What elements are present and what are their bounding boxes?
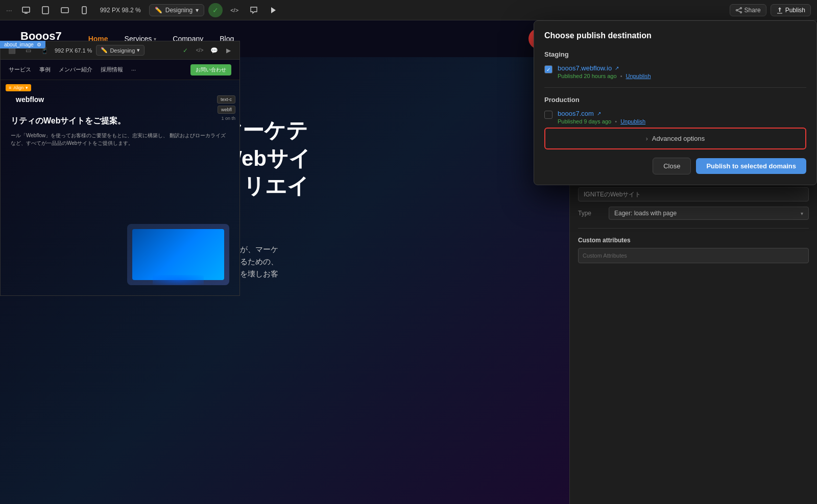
type-row: Type Eager: loads with page ▾	[578, 207, 809, 220]
toolbar-check-icon: ✓	[208, 3, 223, 17]
type-dropdown-arrow: ▾	[801, 211, 803, 216]
pd-production-status: Published 9 days ago • Unpublish	[558, 118, 806, 124]
toolbar-dots: ···	[6, 6, 12, 14]
spn-cases: 事例	[39, 66, 51, 73]
toolbar-desktop-icon[interactable]	[18, 3, 34, 18]
pd-production-ext-icon: ↗	[597, 111, 601, 116]
pd-close-btn[interactable]: Close	[653, 158, 691, 174]
svg-rect-0	[22, 7, 30, 12]
sp-check-icon[interactable]: ✓	[179, 44, 191, 57]
toolbar-designing-label: Designing	[165, 7, 193, 14]
custom-attrs-placeholder[interactable]: Custom Attributes	[578, 248, 809, 263]
pd-staging-row: ✓ booos7.webflow.io ↗ Published 20 hours…	[544, 64, 806, 79]
svg-point-7	[736, 9, 737, 11]
svg-line-9	[737, 8, 740, 9]
sp-hero-text: リティのWebサイトをご提案。	[11, 116, 229, 127]
toolbar-code-icon[interactable]: </>	[227, 3, 242, 18]
pd-production-domain-name: booos7.com ↗	[558, 110, 806, 117]
svg-rect-2	[42, 7, 49, 14]
toolbar-designing-caret: ▾	[196, 7, 199, 14]
element-label: about_image ⚙	[0, 41, 45, 48]
toolbar-share-label: Share	[744, 7, 761, 14]
sp-laptop-image	[127, 224, 229, 285]
spn-members: メンバー紹介	[59, 66, 92, 73]
custom-attrs-title: Custom attributes	[578, 237, 809, 244]
sp-laptop-screen	[132, 229, 224, 280]
pd-staging-status: Published 20 hours ago • Unpublish	[558, 73, 806, 79]
top-toolbar: ··· 992 PX 98.2 % ✏️ Designing ▾ ✓ </> S…	[0, 0, 817, 20]
small-preview-nav: サービス 事例 メンバー紹介 採用情報 ··· お問い合わせ	[1, 60, 239, 80]
pd-advanced-label: Advanced options	[652, 135, 705, 142]
sp-right-icons: ✓ </> 💬 ▶	[179, 44, 234, 57]
alt-text-input[interactable]	[578, 187, 809, 201]
spn-services: サービス	[9, 66, 31, 73]
pd-production-unpublish[interactable]: Unpublish	[620, 118, 645, 124]
pd-title: Choose publish destination	[544, 31, 806, 40]
toolbar-publish-label: Publish	[785, 7, 805, 14]
sp-sub-text: ール「Webflow」を使ってお客様のご要望をもとに、忠実に構築し、 翻訳および…	[11, 132, 229, 147]
svg-line-10	[737, 10, 740, 11]
custom-attrs-section: Custom attributes Custom Attributes	[578, 228, 809, 263]
type-value: Eager: loads with page	[614, 210, 677, 217]
sp-play-icon[interactable]: ▶	[222, 44, 234, 57]
pd-divider-1	[544, 87, 806, 88]
sp-size-info: 992 PX 67.1 %	[55, 47, 92, 54]
sp-code-icon[interactable]: </>	[194, 44, 206, 57]
sp-laptop-glow	[153, 275, 204, 285]
svg-point-6	[740, 7, 741, 9]
sp-chat-icon[interactable]: 💬	[208, 44, 220, 57]
pd-publish-domains-btn[interactable]: Publish to selected domains	[696, 158, 806, 174]
small-preview-content: ≡ Align ▾ text-c webfl 1 on th webflow リ…	[1, 80, 239, 295]
pd-production-row: booos7.com ↗ Published 9 days ago • Unpu…	[544, 110, 806, 124]
pd-staging-domain-name: booos7.webflow.io ↗	[558, 64, 806, 72]
pd-advanced-arrow: ›	[646, 135, 648, 142]
svg-marker-5	[271, 7, 276, 13]
toolbar-publish-btn[interactable]: Publish	[771, 4, 811, 16]
sp-text-class: text-c	[217, 95, 235, 104]
small-preview-panel: ⬛ ▭ 📱 992 PX 67.1 % ✏️ Designing ▾ ✓ </>…	[0, 41, 240, 296]
toolbar-right: Share Publish	[730, 4, 811, 16]
pd-staging-label: Staging	[544, 51, 806, 58]
toolbar-designing-btn[interactable]: ✏️ Designing ▾	[149, 4, 204, 16]
svg-rect-3	[61, 8, 68, 13]
sp-webflow-label: webflow	[16, 95, 44, 104]
toolbar-share-btn[interactable]: Share	[730, 4, 766, 16]
pd-footer: Close Publish to selected domains	[544, 158, 806, 174]
pd-production-domain-info: booos7.com ↗ Published 9 days ago • Unpu…	[558, 110, 806, 124]
sp-webfl-class: webfl	[218, 106, 235, 114]
pd-staging-domain-info: booos7.webflow.io ↗ Published 20 hours a…	[558, 64, 806, 79]
type-label: Type	[578, 210, 609, 217]
canvas-area: Booos7 ered by IGNITE Home Services ▾ Co…	[0, 20, 569, 504]
svg-point-8	[740, 11, 741, 13]
element-label-text: about_image	[4, 42, 34, 47]
pd-staging-checkbox[interactable]: ✓	[544, 65, 552, 73]
pd-advanced-btn[interactable]: › Advanced options	[544, 128, 806, 149]
svg-rect-4	[82, 7, 86, 14]
publish-dropdown: Choose publish destination Staging ✓ boo…	[534, 20, 817, 185]
spn-recruit: 採用情報	[101, 66, 123, 73]
sp-designing-btn[interactable]: ✏️ Designing ▾	[96, 45, 145, 56]
pd-production-checkbox[interactable]	[544, 111, 552, 119]
pd-production-label: Production	[544, 96, 806, 104]
toolbar-size-info: 992 PX 98.2 %	[100, 7, 141, 14]
toolbar-play-icon[interactable]	[266, 3, 281, 18]
sp-align-badge: ≡ Align ▾	[6, 84, 31, 91]
toolbar-comment-icon[interactable]	[246, 3, 261, 18]
pd-staging-ext-icon: ↗	[615, 65, 619, 71]
type-dropdown[interactable]: Eager: loads with page ▾	[609, 207, 809, 220]
spn-more: ···	[131, 67, 136, 73]
pd-staging-unpublish[interactable]: Unpublish	[626, 73, 651, 79]
pd-staging-check: ✓	[546, 67, 550, 72]
toolbar-tablet-icon[interactable]	[38, 3, 53, 18]
toolbar-landscape-icon[interactable]	[57, 3, 73, 18]
element-label-gear: ⚙	[37, 42, 41, 47]
toolbar-mobile-icon[interactable]	[77, 3, 92, 18]
toolbar-pencil-icon: ✏️	[155, 7, 162, 14]
spn-cta[interactable]: お問い合わせ	[190, 64, 231, 75]
sp-count: 1 on th	[221, 116, 235, 121]
